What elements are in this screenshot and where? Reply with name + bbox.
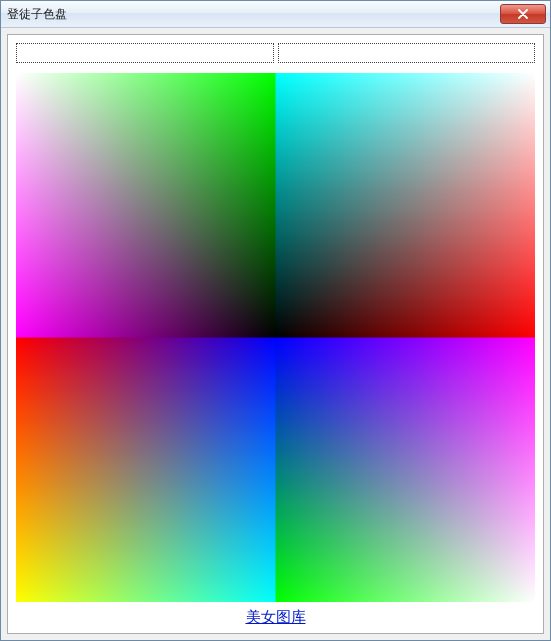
panel: 美女图库	[7, 34, 544, 634]
gallery-link[interactable]: 美女图库	[246, 609, 306, 625]
app-window: 登徒子色盘 美女图库	[0, 0, 551, 641]
color-input-left[interactable]	[16, 43, 274, 63]
titlebar: 登徒子色盘	[1, 1, 550, 28]
close-icon	[517, 9, 529, 19]
color-palette[interactable]	[16, 73, 535, 602]
close-button[interactable]	[500, 4, 546, 24]
color-input-right[interactable]	[278, 43, 536, 63]
client-area: 美女图库	[1, 28, 550, 640]
window-title: 登徒子色盘	[7, 6, 67, 23]
palette-canvas[interactable]	[16, 73, 535, 602]
footer-link-row: 美女图库	[16, 602, 535, 629]
input-row	[16, 43, 535, 63]
